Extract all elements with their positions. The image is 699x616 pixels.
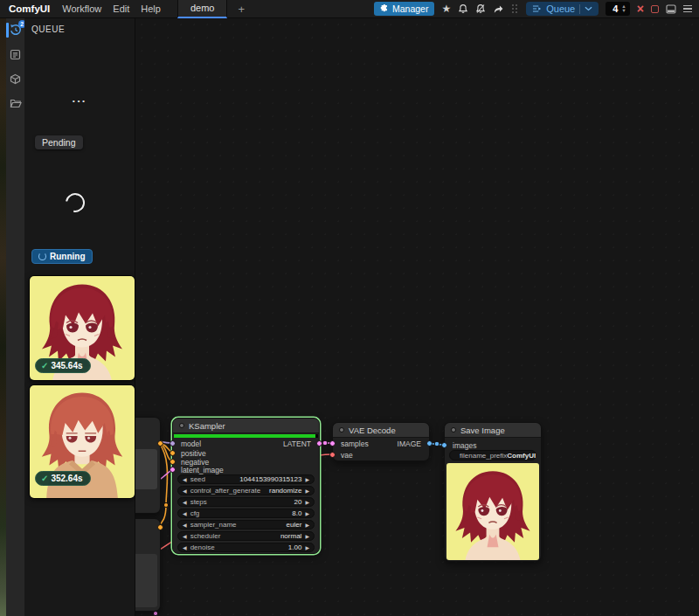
samples-input-port[interactable] — [329, 440, 336, 446]
decrement-arrow-icon[interactable]: ◀ — [183, 545, 187, 550]
share-icon[interactable] — [493, 4, 503, 14]
widget-seed[interactable]: ◀ seed 1044153990315123 ▶ — [177, 474, 315, 484]
favorites-star-icon[interactable]: ★ — [441, 3, 451, 14]
decrement-arrow-icon[interactable]: ◀ — [183, 477, 187, 482]
node-header[interactable]: Save Image — [445, 423, 541, 438]
widget-steps[interactable]: ◀ steps 20 ▶ — [177, 497, 315, 507]
collapse-dot-icon[interactable] — [179, 423, 184, 428]
check-icon: ✓ — [41, 361, 48, 370]
running-spinner-icon — [38, 253, 46, 260]
running-badge: Running — [31, 249, 93, 264]
images-input-port[interactable] — [441, 442, 447, 448]
stop-button[interactable] — [651, 5, 659, 13]
node-graph-canvas[interactable]: NING th lor, ed itable NING KSampler — [135, 18, 699, 616]
workflow-tab-demo[interactable]: demo — [177, 0, 228, 18]
node-save-image[interactable]: Save Image images filename_prefix ComfyU… — [444, 422, 542, 562]
collapse-dot-icon[interactable] — [339, 427, 344, 433]
decrement-arrow-icon[interactable]: ◀ — [183, 523, 187, 528]
queue-result-item[interactable]: ✓ 345.64s — [29, 275, 135, 381]
queue-list-icon — [532, 4, 542, 13]
decrement-arrow-icon[interactable]: ◀ — [183, 500, 187, 505]
positive-input-port[interactable] — [170, 450, 176, 456]
collapse-dot-icon[interactable] — [451, 427, 456, 433]
latent-output-port[interactable] — [316, 440, 322, 446]
increment-arrow-icon[interactable]: ▶ — [305, 511, 309, 516]
widget-denoise[interactable]: ◀ denoise 1.00 ▶ — [177, 543, 315, 552]
increment-arrow-icon[interactable]: ▶ — [305, 500, 309, 505]
decrement-arrow-icon[interactable]: ◀ — [183, 488, 187, 494]
menu-help[interactable]: Help — [141, 3, 161, 14]
bell-slash-icon[interactable] — [475, 3, 486, 14]
node-header[interactable]: VAE Decode — [333, 423, 429, 438]
manager-button[interactable]: Manager — [374, 2, 434, 16]
top-menu-bar: ComfyUI Workflow Edit Help demo + Manage… — [0, 0, 699, 18]
queue-run-button[interactable]: Queue — [526, 2, 599, 16]
prompt-textarea[interactable]: th lor, ed itable — [135, 449, 157, 489]
widget-scheduler[interactable]: ◀ scheduler normal ▶ — [177, 531, 315, 541]
increment-arrow-icon[interactable]: ▶ — [305, 523, 309, 528]
increment-arrow-icon[interactable]: ▶ — [305, 477, 309, 482]
sidebar-item-node-library[interactable] — [10, 48, 22, 60]
queue-result-item[interactable]: ✓ 352.64s — [29, 384, 135, 499]
node-ksampler[interactable]: KSampler model LATENT positive negative … — [172, 418, 320, 554]
model-input-port[interactable] — [170, 440, 176, 446]
new-workflow-tab-button[interactable]: + — [238, 3, 245, 16]
widget-value: ComfyUI — [507, 452, 536, 460]
io-row-samples: samples IMAGE — [333, 440, 429, 448]
widget-control-after-generate[interactable]: ◀ control_after_generate randomize ▶ — [177, 486, 315, 495]
decrement-arrow-icon[interactable]: ◀ — [183, 534, 187, 539]
batch-count-stepper[interactable]: 4 ▲ ▼ — [606, 2, 630, 16]
menu-edit[interactable]: Edit — [113, 3, 129, 14]
app-logo: ComfyUI — [9, 3, 50, 14]
node-header[interactable]: KSampler — [173, 419, 319, 433]
latent-image-input-port[interactable] — [170, 467, 176, 473]
increment-arrow-icon[interactable]: ▶ — [305, 545, 309, 550]
increment-arrow-icon[interactable]: ▶ — [305, 534, 309, 539]
io-row-vae: vae — [333, 451, 429, 460]
sidebar-item-queue[interactable]: 2 — [10, 24, 22, 36]
sidebar-icon-rail: 2 — [6, 18, 24, 616]
conditioning-output-port[interactable] — [157, 440, 163, 446]
widget-sampler-name[interactable]: ◀ sampler_name euler ▶ — [177, 520, 315, 529]
widget-name: scheduler — [190, 532, 221, 540]
partial-node-running-top[interactable]: NING th lor, ed itable — [135, 417, 161, 514]
pending-badge: Pending — [35, 135, 83, 149]
bell-icon[interactable] — [458, 3, 468, 14]
prompt-line: ed — [135, 468, 155, 477]
decrement-arrow-icon[interactable]: ◀ — [183, 511, 187, 516]
clear-queue-button[interactable]: × — [637, 3, 644, 15]
increment-arrow-icon[interactable]: ▶ — [305, 488, 309, 494]
io-row-images: images — [445, 441, 541, 450]
prompt-textarea[interactable] — [135, 554, 157, 607]
partial-node-running-bottom[interactable]: NING — [135, 518, 161, 612]
chevron-down-icon[interactable] — [585, 6, 592, 11]
saved-image-preview[interactable] — [446, 463, 539, 560]
bottom-panel-toggle-icon[interactable] — [666, 4, 676, 14]
node-title: KSampler — [189, 421, 225, 431]
active-tab-indicator — [6, 23, 9, 38]
menu-workflow[interactable]: Workflow — [62, 3, 101, 14]
widget-cfg[interactable]: ◀ cfg 8.0 ▶ — [177, 509, 315, 518]
widget-filename-prefix[interactable]: filename_prefix ComfyUI — [449, 450, 536, 460]
negative-input-port[interactable] — [170, 459, 176, 465]
sidebar-item-model-library[interactable] — [10, 73, 22, 85]
node-vae-decode[interactable]: VAE Decode samples IMAGE vae — [332, 422, 430, 461]
vae-input-port[interactable] — [329, 452, 336, 458]
widget-list: ◀ seed 1044153990315123 ▶ ◀ control_afte… — [173, 474, 319, 554]
widget-name: cfg — [190, 509, 200, 517]
sidebar-item-workflows[interactable] — [10, 97, 22, 109]
queue-label: Queue — [546, 3, 575, 14]
image-output-port[interactable] — [426, 440, 433, 446]
io-row-positive: positive — [173, 449, 319, 458]
node-progress-bar — [174, 434, 318, 438]
decrement-icon[interactable]: ▼ — [621, 9, 626, 13]
conditioning-output-port[interactable] — [157, 524, 163, 530]
widget-value: 1.00 — [288, 543, 302, 551]
queue-more-button[interactable]: ... — [24, 92, 135, 105]
port-label: images — [453, 441, 476, 450]
puzzle-icon — [380, 4, 389, 13]
canvas-menu-icon[interactable] — [683, 5, 692, 13]
drag-handle-dots[interactable] — [512, 4, 517, 13]
prompt-line: th — [135, 451, 155, 460]
node-title: Save Image — [460, 426, 505, 435]
